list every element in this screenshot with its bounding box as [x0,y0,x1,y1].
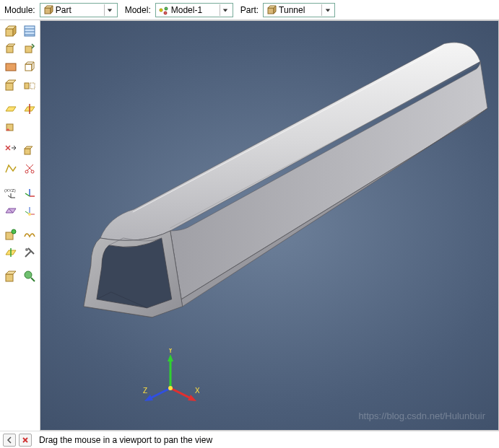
chevron-down-icon[interactable] [220,4,231,16]
svg-point-37 [25,170,28,173]
svg-text:Z: Z [143,387,147,395]
svg-line-65 [149,388,170,399]
watermark: https://blog.csdn.net/Hulunbuir [358,410,485,421]
svg-rect-21 [25,46,32,53]
svg-marker-30 [6,107,16,111]
svg-rect-28 [25,83,29,89]
remove-face-button[interactable] [3,143,19,159]
svg-point-51 [28,213,31,216]
svg-marker-27 [6,80,16,83]
svg-rect-0 [45,8,51,14]
partition-edge-button[interactable] [22,203,38,219]
svg-marker-57 [6,271,16,274]
geometry-edit-button[interactable] [3,227,19,242]
svg-marker-66 [144,395,153,401]
svg-point-58 [25,271,32,278]
viewport-canvas[interactable]: Y X Z https://blog.csdn.net/Hulunbuir [40,21,498,430]
svg-rect-23 [25,64,32,71]
svg-rect-52 [6,232,13,240]
svg-rect-12 [6,29,13,36]
cut-revolve-button[interactable] [22,59,38,75]
create-round-button[interactable] [3,77,19,93]
svg-marker-11 [325,9,329,12]
scissors-button[interactable] [22,161,38,177]
svg-rect-56 [6,274,13,281]
module-value: Part [56,5,104,15]
svg-point-6 [164,12,167,14]
convert-button[interactable] [3,245,19,260]
cut-extrude-button[interactable] [3,59,19,75]
model-icon [159,5,169,15]
svg-rect-29 [30,83,35,89]
solid-extrude-button[interactable] [3,41,19,57]
svg-point-68 [168,386,173,390]
svg-rect-35 [25,149,30,154]
datum-axis-button[interactable] [22,101,38,117]
svg-point-38 [31,170,34,173]
svg-point-5 [165,7,168,10]
svg-marker-7 [223,9,227,12]
back-button[interactable] [3,434,16,447]
context-bar: Module: Part Model: Model-1 Part: Tunnel [0,0,499,20]
partition-cell-button[interactable] [3,119,19,135]
svg-marker-25 [32,62,34,71]
partition-face-button[interactable] [3,203,19,219]
cancel-button[interactable] [19,434,32,447]
svg-line-45 [25,193,30,196]
svg-marker-3 [108,9,112,12]
viewport[interactable]: Y X Z https://blog.csdn.net/Hulunbuir [40,20,499,431]
solid-revolve-button[interactable] [22,41,38,57]
chevron-down-icon[interactable] [104,4,116,16]
svg-line-42 [8,196,11,198]
part-icon [266,5,277,15]
model-dropdown[interactable]: Model-1 [155,3,233,17]
datum-csys-button[interactable]: (XYZ) [3,185,19,201]
module-dropdown[interactable]: Part [40,3,118,17]
svg-rect-8 [268,8,274,14]
model-value: Model-1 [171,5,220,15]
chevron-down-icon[interactable] [321,4,333,16]
svg-marker-60 [168,354,173,361]
svg-marker-20 [6,44,15,46]
create-mirror-button[interactable] [22,77,38,93]
svg-marker-63 [188,395,196,401]
part-value: Tunnel [279,5,321,15]
datum-point-button[interactable] [22,185,38,201]
svg-text:Y: Y [168,348,173,354]
geometry-repair-button[interactable] [3,268,19,284]
svg-rect-26 [6,83,13,90]
svg-rect-22 [6,63,16,71]
svg-point-55 [25,248,28,251]
tools-button[interactable] [22,245,38,260]
part-manager-button[interactable] [22,23,38,39]
part-module-icon [43,5,53,15]
model-label: Model: [125,5,151,15]
svg-text:X: X [195,387,199,395]
create-part-button[interactable] [3,23,19,39]
svg-point-53 [12,229,16,234]
part-label: Part: [240,5,259,15]
svg-point-4 [160,9,162,12]
svg-text:(XYZ): (XYZ) [4,188,16,193]
svg-marker-36 [25,146,32,149]
create-wire-button[interactable] [3,161,19,177]
module-label: Module: [4,5,35,15]
status-bar: Drag the mouse in a viewport to pan the … [0,431,499,448]
stitch-button[interactable] [22,227,38,242]
tunnel-model [40,21,498,430]
svg-line-62 [170,388,192,399]
create-offset-button[interactable] [22,143,38,159]
part-dropdown[interactable]: Tunnel [263,3,335,17]
status-text: Drag the mouse in a viewport to pan the … [39,435,212,445]
main-area: (XYZ) [0,20,499,431]
toolbox: (XYZ) [0,20,40,431]
query-button[interactable] [22,268,38,284]
datum-plane-button[interactable] [3,101,19,117]
orientation-triad: Y X Z [142,348,199,408]
svg-rect-19 [6,46,13,53]
